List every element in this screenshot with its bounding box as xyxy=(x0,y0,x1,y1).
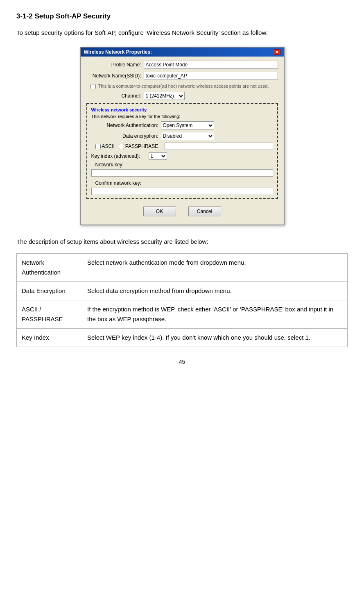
channel-select[interactable]: 1 (2412MHz) xyxy=(144,92,185,100)
adhoc-checkbox-label: This is a computer-to-computer(ad hoc) n… xyxy=(98,83,269,89)
table-row: Data EncryptionSelect data encryption me… xyxy=(17,282,348,300)
ssid-input[interactable] xyxy=(144,72,278,80)
section-title: 3-1-2 Setup Soft-AP Security xyxy=(16,12,348,20)
security-note: This network requires a key for the foll… xyxy=(91,114,273,119)
data-enc-label: Data encryption: xyxy=(91,133,161,139)
network-key-label: Network key: xyxy=(95,162,273,168)
ok-button[interactable]: OK xyxy=(143,207,176,216)
confirm-key-label: Confirm network key: xyxy=(95,180,273,186)
channel-label: Channel: xyxy=(86,93,144,99)
passphrase-input[interactable] xyxy=(165,143,273,150)
key-index-row: Key index (advanced): 1 xyxy=(91,152,273,160)
dialog-title: Wireless Network Properties: xyxy=(84,49,152,55)
passphrase-checkbox[interactable] xyxy=(119,144,124,149)
adhoc-checkbox[interactable] xyxy=(90,84,96,89)
security-title: Wireless network security xyxy=(91,107,273,112)
confirm-key-section: Confirm network key: xyxy=(91,180,273,195)
dialog-wrapper: Wireless Network Properties: × Profile N… xyxy=(16,47,348,225)
net-auth-select[interactable]: Open System xyxy=(161,121,214,129)
table-cell-term: Network Authentication xyxy=(17,254,82,282)
adhoc-checkbox-row: This is a computer-to-computer(ad hoc) n… xyxy=(90,83,278,89)
ascii-passphrase-row: ASCII PASSPHRASE xyxy=(95,143,273,150)
table-cell-term: Data Encryption xyxy=(17,282,82,300)
table-row: Network AuthenticationSelect network aut… xyxy=(17,254,348,282)
table-row: Key IndexSelect WEP key index (1-4). If … xyxy=(17,329,348,347)
dialog-body: Profile Name: Network Name(SSID): This i… xyxy=(81,57,284,225)
passphrase-label[interactable]: PASSPHRASE xyxy=(119,143,158,149)
table-cell-desc: Select WEP key index (1-4). If you don’t… xyxy=(82,329,348,347)
network-key-input[interactable] xyxy=(91,169,273,177)
net-auth-label: Network Authentication: xyxy=(91,123,161,128)
confirm-key-input[interactable] xyxy=(91,188,273,195)
profile-name-label: Profile Name: xyxy=(86,62,144,68)
table-cell-desc: Select data encryption method from dropd… xyxy=(82,282,348,300)
network-key-section: Network key: xyxy=(91,162,273,179)
ssid-row: Network Name(SSID): xyxy=(86,72,278,80)
table-cell-term: ASCII / PASSPHRASE xyxy=(17,300,82,329)
dialog-buttons: OK Cancel xyxy=(86,203,278,220)
data-enc-row: Data encryption: Disabled xyxy=(91,132,273,140)
dialog-titlebar: Wireless Network Properties: × xyxy=(81,48,284,57)
ascii-label[interactable]: ASCII xyxy=(95,143,115,149)
table-cell-term: Key Index xyxy=(17,329,82,347)
table-row: ASCII / PASSPHRASEIf the encryption meth… xyxy=(17,300,348,329)
table-cell-desc: Select network authentication mode from … xyxy=(82,254,348,282)
desc-text: The description of setup items about wir… xyxy=(16,237,348,247)
cancel-button[interactable]: Cancel xyxy=(188,207,221,216)
key-index-select[interactable]: 1 xyxy=(149,152,167,160)
table-cell-desc: If the encryption method is WEP, check e… xyxy=(82,300,348,329)
data-enc-select[interactable]: Disabled xyxy=(161,132,214,140)
wireless-network-dialog: Wireless Network Properties: × Profile N… xyxy=(80,47,285,225)
desc-table: Network AuthenticationSelect network aut… xyxy=(16,253,348,347)
close-icon[interactable]: × xyxy=(274,49,280,55)
profile-name-row: Profile Name: xyxy=(86,61,278,69)
net-auth-row: Network Authentication: Open System xyxy=(91,121,273,129)
intro-text: To setup security options for Soft-AP, c… xyxy=(16,28,348,38)
ssid-label: Network Name(SSID): xyxy=(86,73,144,79)
page-footer: 45 xyxy=(16,359,348,365)
profile-name-input[interactable] xyxy=(144,61,278,69)
channel-row: Channel: 1 (2412MHz) xyxy=(86,92,278,100)
security-section: Wireless network security This network r… xyxy=(86,103,278,199)
key-index-label: Key index (advanced): xyxy=(91,153,149,159)
ascii-checkbox[interactable] xyxy=(95,144,101,149)
